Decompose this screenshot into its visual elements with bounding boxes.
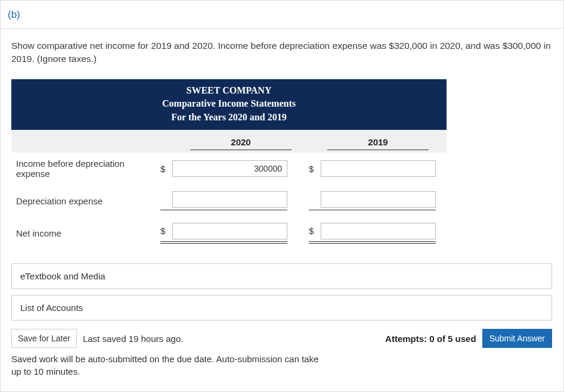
autosave-note: Saved work will be auto-submitted on the… [11,353,321,378]
table-row: Income before depreciation expense $ $ [11,153,447,185]
cell-2019: $ [298,160,447,177]
input-net-income-2019[interactable] [321,223,436,239]
part-label: (b) [8,9,20,20]
footer-row: Save for Later Last saved 19 hours ago. … [11,329,552,348]
cell-2020: $ [150,223,298,244]
statement-titlebar: SWEET COMPANY Comparative Income Stateme… [11,79,447,130]
question-text: Show comparative net income for 2019 and… [11,39,553,66]
attempts-text: Attempts: 0 of 5 used [385,334,476,344]
part-header: (b) [1,1,563,29]
list-of-accounts-link[interactable]: List of Accounts [11,295,552,321]
statement-period: For the Years 2020 and 2019 [11,111,447,124]
etextbook-link[interactable]: eTextbook and Media [11,263,552,289]
question-body: Show comparative net income for 2019 and… [1,29,563,384]
column-header-2020: 2020 [172,137,309,153]
row-label: Depreciation expense [11,196,150,206]
currency-symbol: $ [309,164,321,174]
statement-company: SWEET COMPANY [11,84,447,97]
table-row: Net income $ $ [11,217,447,249]
row-label: Income before depreciation expense [11,158,150,179]
input-net-income-2020[interactable] [172,223,287,239]
statement-table: SWEET COMPANY Comparative Income Stateme… [11,79,447,249]
input-income-before-dep-2020[interactable] [172,160,287,177]
currency-symbol: $ [309,226,321,236]
table-row: Depreciation expense [11,185,447,217]
cell-2019: $ [298,223,447,244]
input-depreciation-2019[interactable] [321,191,436,208]
question-frame: (b) Show comparative net income for 2019… [0,0,564,392]
cell-2019 [298,191,447,210]
currency-symbol: $ [160,164,172,174]
column-header-row: 2020 2019 [11,130,447,153]
row-label: Net income [11,228,150,238]
cell-2020 [150,191,298,210]
cell-2020: $ [150,160,298,177]
currency-symbol: $ [160,226,172,236]
column-header-2019: 2019 [309,137,447,153]
input-depreciation-2020[interactable] [172,191,287,208]
input-income-before-dep-2019[interactable] [321,160,436,177]
save-for-later-button[interactable]: Save for Later [11,329,77,348]
submit-answer-button[interactable]: Submit Answer [482,329,552,348]
statement-subtitle: Comparative Income Statements [11,97,447,110]
last-saved-text: Last saved 19 hours ago. [83,334,183,344]
